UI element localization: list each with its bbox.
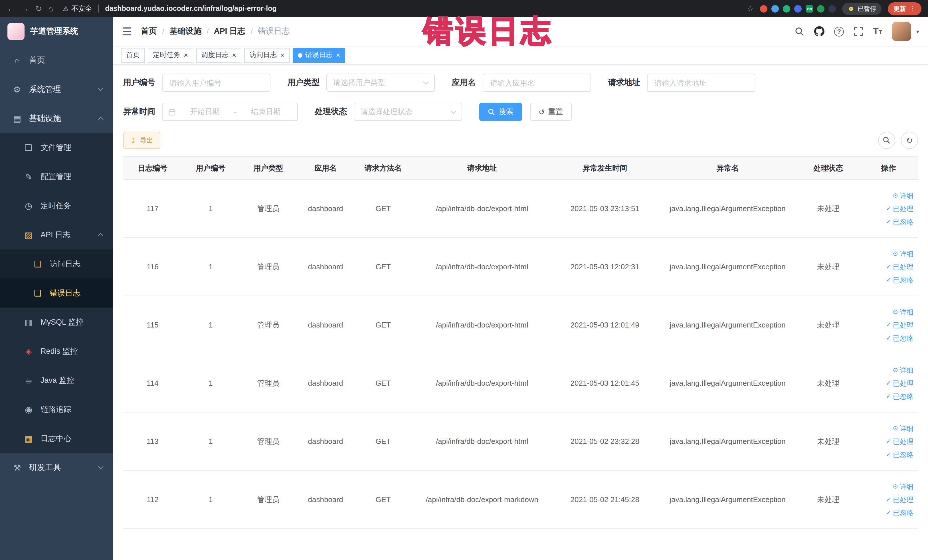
check-icon: ✓ <box>886 393 891 400</box>
sidebar-item-infra[interactable]: ▤ 基础设施 <box>0 104 113 133</box>
request-url-input[interactable] <box>647 73 756 92</box>
row-action-detail[interactable]: ⊙详细 <box>893 481 913 491</box>
url-text[interactable]: dashboard.yudao.iocoder.cn/infra/log/api… <box>105 5 276 12</box>
user-type-select[interactable]: 请选择用户类型 <box>327 73 435 92</box>
row-action-ignore[interactable]: ✓已忽略 <box>886 333 913 343</box>
app-name-input[interactable] <box>483 73 591 92</box>
table-cell: 117 <box>123 179 182 238</box>
date-range-picker[interactable]: 开始日期 - 结束日期 <box>162 103 298 121</box>
sidebar-item-config-manage[interactable]: ✎ 配置管理 <box>0 162 113 191</box>
bookmark-star-icon[interactable]: ☆ <box>747 5 754 12</box>
row-action-ignore[interactable]: ✓已忽略 <box>886 217 913 227</box>
row-action-detail[interactable]: ⊙详细 <box>893 307 913 317</box>
row-action-ignore[interactable]: ✓已忽略 <box>886 449 913 459</box>
filter-user-type: 用户类型 请选择用户类型 <box>288 73 435 92</box>
table-cell: 管理员 <box>240 470 297 529</box>
sidebar-item-file-manage[interactable]: ❏ 文件管理 <box>0 133 113 162</box>
forward-icon[interactable]: → <box>21 5 29 12</box>
breadcrumb-item-infra[interactable]: 基础设施 <box>169 26 201 37</box>
sidebar-item-system[interactable]: ⚙ 系统管理 <box>0 75 113 104</box>
sidebar-item-api-log[interactable]: ▨ API 日志 <box>0 220 113 249</box>
row-action-processed[interactable]: ✓已处理 <box>886 203 913 214</box>
row-action-processed[interactable]: ✓已处理 <box>886 494 913 505</box>
extension-icon[interactable] <box>783 5 791 12</box>
row-action-detail[interactable]: ⊙详细 <box>893 423 913 433</box>
help-icon[interactable]: ? <box>834 26 844 36</box>
tab-access-log[interactable]: 访问日志 × <box>244 48 290 63</box>
row-action-processed[interactable]: ✓已处理 <box>886 262 913 272</box>
main-area: ☰ 首页 / 基础设施 / API 日志 / 错误日志 <box>113 17 928 560</box>
extension-icon[interactable] <box>795 5 802 12</box>
tab-cron-task[interactable]: 定时任务 × <box>148 48 193 63</box>
file-icon: ❏ <box>23 142 34 153</box>
sidebar-item-home[interactable]: ⌂ 首页 <box>0 46 113 75</box>
sidebar-item-java-monitor[interactable]: ☕ Java 监控 <box>0 366 113 395</box>
extension-icon[interactable] <box>817 5 825 12</box>
browser-home-icon[interactable]: ⌂ <box>48 5 53 12</box>
github-icon[interactable] <box>814 26 824 37</box>
sidebar-item-error-log[interactable]: ❏ 错误日志 <box>0 278 113 308</box>
sidebar-item-access-log[interactable]: ❏ 访问日志 <box>0 249 113 278</box>
sidebar-item-cron-task[interactable]: ◷ 定时任务 <box>0 191 113 220</box>
security-chip[interactable]: ⚠ 不安全 <box>63 4 92 14</box>
process-status-select[interactable]: 请选择处理状态 <box>354 103 462 121</box>
sidebar-item-trace[interactable]: ◉ 链路追踪 <box>0 395 113 424</box>
sidebar-item-dev-tools[interactable]: ⚒ 研发工具 <box>0 453 113 482</box>
export-button-label: 导出 <box>140 136 154 145</box>
table-cell: 管理员 <box>240 179 297 238</box>
paused-badge[interactable]: ☻ 已暂停 <box>843 3 882 15</box>
tab-error-log[interactable]: 错误日志 × <box>293 48 345 63</box>
export-button[interactable]: ↧ 导出 <box>123 132 160 149</box>
reload-icon[interactable]: ↻ <box>35 5 42 12</box>
breadcrumb-item-home[interactable]: 首页 <box>141 26 157 37</box>
hamburger-icon[interactable]: ☰ <box>122 26 132 37</box>
close-icon[interactable]: × <box>184 51 188 59</box>
close-icon[interactable]: × <box>232 51 236 59</box>
back-icon[interactable]: ← <box>7 5 15 12</box>
font-size-icon[interactable]: TT <box>873 27 882 36</box>
app-logo[interactable]: 芋道管理系统 <box>0 17 113 46</box>
sidebar-item-mysql-monitor[interactable]: ▥ MySQL 监控 <box>0 308 113 337</box>
search-button[interactable]: 搜索 <box>479 103 522 121</box>
row-action-detail[interactable]: ⊙详细 <box>893 190 913 201</box>
row-action-ignore[interactable]: ✓已忽略 <box>886 508 913 518</box>
close-icon[interactable]: × <box>280 51 284 59</box>
row-action-detail[interactable]: ⊙详细 <box>893 365 913 375</box>
user-avatar[interactable] <box>892 22 911 41</box>
row-action-processed[interactable]: ✓已处理 <box>886 320 913 330</box>
row-action-processed[interactable]: ✓已处理 <box>886 436 913 447</box>
extension-icon[interactable] <box>772 5 779 12</box>
eye-icon: ◉ <box>23 404 34 415</box>
sidebar-item-redis-monitor[interactable]: ◈ Redis 监控 <box>0 337 113 366</box>
table-cell: java.lang.IllegalArgumentException <box>658 470 797 529</box>
sidebar-item-log-center[interactable]: ▦ 日志中心 <box>0 424 113 453</box>
extension-icon[interactable] <box>760 5 768 12</box>
update-button[interactable]: 更新 ⋮ <box>888 2 922 15</box>
row-action-processed[interactable]: ✓已处理 <box>886 378 913 388</box>
avatar-caret-icon[interactable]: ▾ <box>916 28 919 35</box>
row-action-ignore[interactable]: ✓已忽略 <box>886 391 913 401</box>
sidebar-item-label: 日志中心 <box>41 433 71 444</box>
tab-label: 调度日志 <box>201 50 229 60</box>
extension-icon[interactable] <box>829 5 836 12</box>
breadcrumb-item-api-log[interactable]: API 日志 <box>214 26 245 37</box>
extensions-cluster: on <box>760 5 836 12</box>
row-action-detail[interactable]: ⊙详细 <box>893 249 913 259</box>
user-id-input[interactable] <box>162 73 270 92</box>
browser-menu-icon[interactable]: ⋮ <box>909 5 916 12</box>
extension-icon[interactable]: on <box>806 5 814 12</box>
table-cell: 未处理 <box>797 354 859 412</box>
search-toggle-button[interactable] <box>878 132 895 149</box>
search-icon[interactable] <box>795 26 804 36</box>
row-action-ignore[interactable]: ✓已忽略 <box>886 275 913 285</box>
table-cell: GET <box>354 412 412 470</box>
close-icon[interactable]: × <box>336 51 340 59</box>
check-icon: ✓ <box>886 277 891 283</box>
reset-button[interactable]: ↺ 重置 <box>530 103 572 121</box>
table-cell: 2021-05-03 12:01:45 <box>552 354 658 412</box>
tab-home[interactable]: 首页 <box>121 48 145 63</box>
refresh-button[interactable]: ↻ <box>901 132 918 149</box>
fullscreen-icon[interactable] <box>853 26 863 36</box>
tab-schedule-log[interactable]: 调度日志 × <box>196 48 241 63</box>
row-actions-cell: ⊙详细✓已处理✓已忽略 <box>859 238 918 296</box>
